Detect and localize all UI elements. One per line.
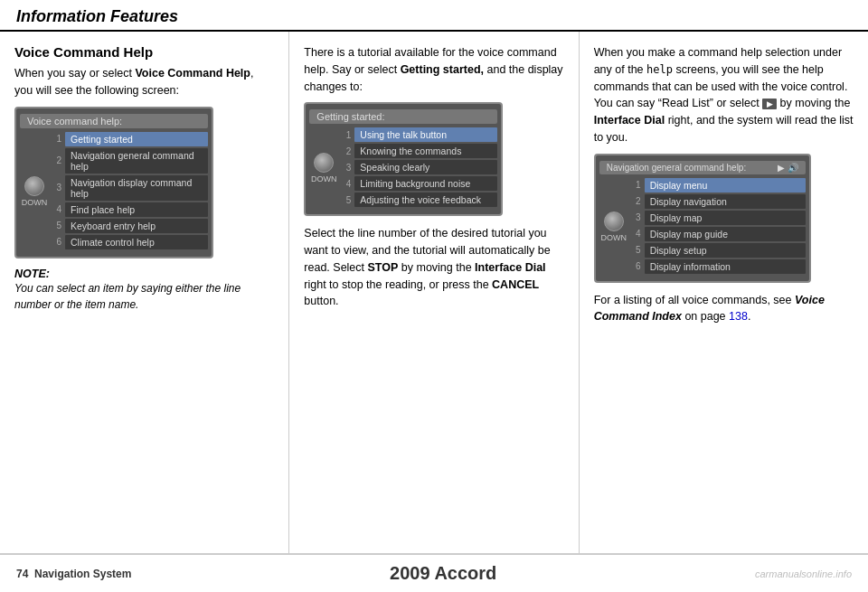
note-text: You can select an item by saying either … [14,280,274,313]
note-box: NOTE: You can select an item by saying e… [14,268,274,313]
nav-screen-1-header-label: Voice command help: [27,116,122,127]
list-item: 6 Climate control help [49,235,208,249]
column-3: When you make a command help selection u… [580,32,868,553]
list-item: 4 Display map guide [628,227,806,241]
page-header: Information Features [0,0,868,32]
col2-para2-text4: button. [304,295,338,307]
dial-circle-2 [314,153,334,173]
list-item: 5 Keyboard entry help [49,219,208,233]
list-item: 1 Getting started [49,132,208,146]
dial-circle-1 [24,176,44,196]
nav-screen-2: Getting started: DOWN 1 Using the talk b… [304,102,503,216]
col3-para2-text1: For a listing of all voice commands, see [594,294,795,306]
content-area: Voice Command Help When you say or selec… [0,32,868,554]
column-1: Voice Command Help When you say or selec… [0,32,289,553]
col3-interface-dial: Interface Dial [594,114,665,127]
col2-interface-dial: Interface Dial [475,261,546,274]
col2-para1: There is a tutorial available for the vo… [304,44,563,95]
list-item: 3 Speaking clearly [338,160,497,174]
col3-para2-text3: . [748,310,750,323]
page-footer: 74 Navigation System 2009 Accord carmanu… [0,554,868,592]
nav-screen-3-body: DOWN 1 Display menu 2 Display navigation… [599,178,806,276]
footer-nav-system: Navigation System [34,568,131,580]
nav-items-3: 1 Display menu 2 Display navigation 3 Di… [628,178,806,276]
note-title: NOTE: [14,268,274,280]
nav-screen-3: Navigation general command help: ▶ 🔊 DOW… [594,154,811,283]
footer-year-model: 2009 Accord [131,563,755,584]
col3-para2-text2: on page [682,310,729,323]
nav-screen-1-header: Voice command help: [20,114,208,128]
dial-label-3: DOWN [600,233,627,242]
nav-screen-3-header: Navigation general command help: ▶ 🔊 [599,161,806,174]
list-item: 5 Adjusting the voice feedback [338,193,497,207]
col1-section-title: Voice Command Help [14,44,274,60]
list-item: 5 Display setup [628,243,806,258]
dial-label-2: DOWN [311,174,337,183]
list-item: 1 Display menu [628,178,806,193]
list-item: 2 Display navigation [628,194,806,209]
nav-dial-2: DOWN [309,127,338,209]
col1-intro: When you say or select Voice Command Hel… [14,65,274,99]
col3-help-code: help [646,63,673,76]
nav-screen-2-body: DOWN 1 Using the talk button 2 Knowing t… [309,127,497,209]
list-item: 4 Limiting background noise [338,176,497,191]
page-title: Information Features [16,7,852,26]
col2-para2-text3: right to stop the reading, or press the [304,278,492,291]
list-item: 3 Navigation display command help [49,175,208,201]
list-item: 3 Display map [628,211,806,225]
list-item: 6 Display information [628,259,806,274]
nav-screen-2-header-label: Getting started: [316,111,384,122]
col3-para2: For a listing of all voice commands, see… [594,292,854,326]
col3-para1: When you make a command help selection u… [594,44,854,146]
list-item: 4 Find place help [49,202,208,217]
col1-intro-text1: When you say or select [14,67,135,80]
nav-dial-3: DOWN [599,178,628,276]
footer-page-info: 74 Navigation System [16,568,131,580]
col2-stop: STOP [368,261,399,274]
nav-screen-3-controls: ▶ 🔊 [778,163,798,173]
col3-page-num: 138 [729,310,748,323]
dial-circle-3 [604,211,624,231]
nav-screen-2-header: Getting started: [309,109,497,124]
nav-items-1: 1 Getting started 2 Navigation general c… [49,132,208,251]
speaker-icon-text: ▶ [762,99,777,109]
nav-screen-1-body: DOWN 1 Getting started 2 Navigation gene… [20,132,208,251]
col2-para2: Select the line number of the desired tu… [304,225,563,310]
nav-screen-1: Voice command help: DOWN 1 Getting start… [14,107,213,258]
col2-cancel: CANCEL [492,278,539,291]
col1-intro-bold: Voice Command Help [135,67,250,80]
list-item: 2 Navigation general command help [49,148,208,174]
col3-text3: by moving the [777,97,850,109]
list-item: 1 Using the talk button [338,127,497,142]
nav-items-2: 1 Using the talk button 2 Knowing the co… [338,127,497,209]
footer-watermark: carmanualsonline.info [755,569,852,579]
list-item: 2 Knowing the commands [338,144,497,158]
col2-getting-started: Getting started, [401,63,484,76]
column-2: There is a tutorial available for the vo… [289,32,579,553]
nav-dial-1: DOWN [20,132,49,251]
col2-para2-text2: by moving the [398,261,475,274]
nav-screen-3-header-label: Navigation general command help: [607,163,747,173]
footer-page-num: 74 [16,568,28,580]
dial-label-1: DOWN [22,198,48,207]
